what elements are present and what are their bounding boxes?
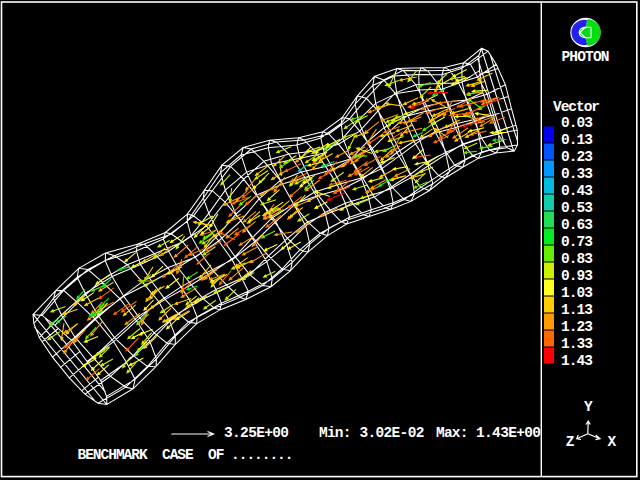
- svg-text:0.93: 0.93: [561, 268, 593, 284]
- svg-text:1.23: 1.23: [561, 319, 593, 335]
- svg-text:1.33: 1.33: [561, 336, 593, 352]
- svg-text:3.02E-02: 3.02E-02: [359, 425, 424, 441]
- svg-text:0.43: 0.43: [561, 183, 593, 199]
- svg-text:0.33: 0.33: [561, 166, 593, 182]
- svg-text:1.03: 1.03: [561, 285, 593, 301]
- svg-text:Max:: Max:: [436, 425, 469, 441]
- svg-text:0.03: 0.03: [561, 115, 593, 131]
- svg-text:1.43E+00: 1.43E+00: [476, 425, 541, 441]
- svg-text:Z: Z: [566, 434, 575, 450]
- svg-text:X: X: [608, 434, 617, 450]
- svg-text:0.83: 0.83: [561, 251, 593, 267]
- svg-text:0.23: 0.23: [561, 149, 593, 165]
- svg-text:0.63: 0.63: [561, 217, 593, 233]
- svg-text:0.53: 0.53: [561, 200, 593, 216]
- svg-text:PHOTON: PHOTON: [562, 49, 610, 65]
- svg-text:3.25E+00: 3.25E+00: [224, 425, 289, 441]
- svg-text:Y: Y: [584, 399, 593, 415]
- svg-text:1.43: 1.43: [561, 353, 593, 369]
- svg-text:1.13: 1.13: [561, 302, 593, 318]
- svg-text:0.73: 0.73: [561, 234, 593, 250]
- svg-text:Min:: Min:: [319, 425, 352, 441]
- svg-text:Vector: Vector: [553, 99, 600, 115]
- svg-text:0.13: 0.13: [561, 132, 593, 148]
- svg-text:BENCHMARK CASE OF ........: BENCHMARK CASE OF ........: [78, 447, 294, 463]
